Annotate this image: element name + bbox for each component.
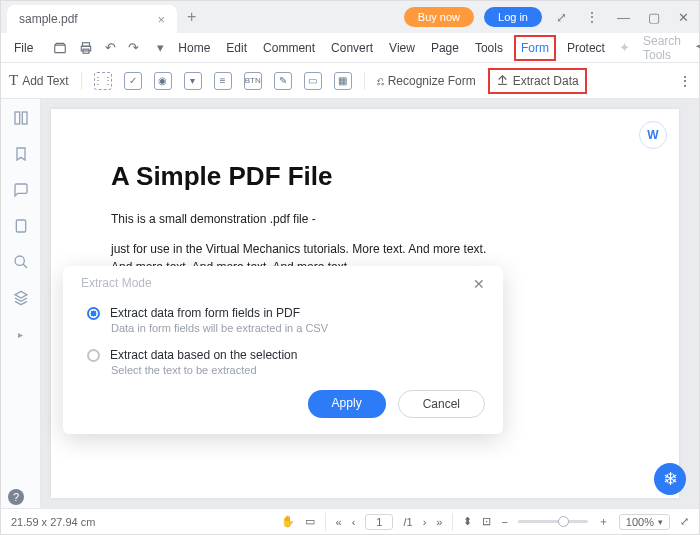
search-tools-input[interactable]: Search Tools: [643, 34, 681, 62]
chevron-down-icon: ▾: [658, 517, 663, 527]
list-field-icon[interactable]: ≡: [214, 72, 232, 90]
extract-data-label: Extract Data: [513, 74, 579, 88]
svg-rect-8: [22, 112, 27, 124]
wand-icon[interactable]: ✦: [616, 40, 633, 55]
comment-panel-icon[interactable]: [12, 181, 30, 199]
recognize-icon: ⎌: [377, 74, 384, 88]
option-1-sublabel: Data in form fields will be extracted in…: [111, 322, 485, 334]
menu-file[interactable]: File: [9, 37, 38, 59]
dialog-title: Extract Mode: [81, 276, 152, 292]
extract-data-tool[interactable]: Extract Data: [488, 68, 587, 94]
paragraph-1: This is a small demonstration .pdf file …: [111, 210, 501, 228]
search-panel-icon[interactable]: [12, 253, 30, 271]
fit-page-icon[interactable]: ⊡: [482, 515, 491, 528]
attachment-icon[interactable]: [12, 217, 30, 235]
hand-tool-icon[interactable]: ✋: [281, 515, 295, 528]
menu-tools[interactable]: Tools: [470, 37, 508, 59]
text-icon: T: [9, 72, 18, 89]
close-tab-icon[interactable]: ×: [157, 12, 165, 27]
page-dimensions: 21.59 x 27.94 cm: [11, 516, 95, 528]
radio-selected-icon[interactable]: [87, 307, 100, 320]
menu-view[interactable]: View: [384, 37, 420, 59]
option-form-fields[interactable]: Extract data from form fields in PDF: [87, 306, 485, 320]
more-tools-icon[interactable]: ⋮: [679, 74, 691, 88]
redo-icon[interactable]: ↷: [125, 40, 142, 55]
button-field-icon[interactable]: BTN: [244, 72, 262, 90]
option-2-sublabel: Select the text to be extracted: [111, 364, 485, 376]
main-menubar: File ↶ ↷ ▾ Home Edit Comment Convert Vie…: [1, 33, 699, 63]
zoom-dropdown[interactable]: 100% ▾: [619, 514, 670, 530]
svg-rect-9: [16, 220, 25, 232]
date-field-icon[interactable]: ▦: [334, 72, 352, 90]
menu-edit[interactable]: Edit: [221, 37, 252, 59]
thumbnails-icon[interactable]: [12, 109, 30, 127]
login-button[interactable]: Log in: [484, 7, 542, 27]
send-icon[interactable]: [693, 41, 700, 55]
close-window-icon[interactable]: ✕: [674, 10, 693, 25]
menu-home[interactable]: Home: [173, 37, 215, 59]
tab-title: sample.pdf: [19, 12, 78, 26]
form-toolbar: T Add Text ⋮⋮ ✓ ◉ ▾ ≡ BTN ✎ ▭ ▦ ⎌ Recogn…: [1, 63, 699, 99]
document-tab[interactable]: sample.pdf ×: [7, 5, 177, 33]
menu-page[interactable]: Page: [426, 37, 464, 59]
upload-icon: [496, 73, 509, 89]
page-input[interactable]: 1: [365, 514, 393, 530]
page-total: /1: [403, 516, 412, 528]
minimize-icon[interactable]: —: [613, 10, 634, 25]
menu-protect[interactable]: Protect: [562, 37, 610, 59]
zoom-value: 100%: [626, 516, 654, 528]
first-page-icon[interactable]: «: [336, 516, 342, 528]
svg-rect-7: [15, 112, 20, 124]
kebab-menu-icon[interactable]: ⋮: [581, 15, 603, 19]
fit-width-icon[interactable]: ⬍: [463, 515, 472, 528]
radio-field-icon[interactable]: ◉: [154, 72, 172, 90]
signature-field-icon[interactable]: ✎: [274, 72, 292, 90]
print-icon[interactable]: [76, 41, 96, 55]
page-title: A Simple PDF File: [111, 161, 619, 192]
zoom-in-icon[interactable]: ＋: [598, 514, 609, 529]
left-sidebar: ▸: [1, 99, 41, 508]
menu-form[interactable]: Form: [514, 35, 556, 61]
maximize-icon[interactable]: ▢: [644, 10, 664, 25]
option-2-label: Extract data based on the selection: [110, 348, 297, 362]
titlebar: sample.pdf × + Buy now Log in ⤢ ⋮ — ▢ ✕: [1, 1, 699, 33]
add-text-tool[interactable]: T Add Text: [9, 72, 69, 89]
prev-page-icon[interactable]: ‹: [352, 516, 356, 528]
sidebar-expand-icon[interactable]: ▸: [12, 325, 30, 343]
floating-action-button[interactable]: ❄: [654, 463, 686, 495]
new-tab-button[interactable]: +: [177, 8, 206, 26]
menu-comment[interactable]: Comment: [258, 37, 320, 59]
cancel-button[interactable]: Cancel: [398, 390, 485, 418]
add-text-label: Add Text: [22, 74, 68, 88]
bookmark-icon[interactable]: [12, 145, 30, 163]
expand-icon[interactable]: ⤢: [552, 10, 571, 25]
radio-unselected-icon[interactable]: [87, 349, 100, 362]
select-tool-icon[interactable]: ▭: [305, 515, 315, 528]
zoom-out-icon[interactable]: −: [501, 516, 507, 528]
dropdown-field-icon[interactable]: ▾: [184, 72, 202, 90]
buy-now-button[interactable]: Buy now: [404, 7, 474, 27]
convert-word-badge[interactable]: W: [639, 121, 667, 149]
open-icon[interactable]: [50, 41, 70, 55]
status-bar: 21.59 x 27.94 cm ✋ ▭ « ‹ 1 /1 › » ⬍ ⊡ − …: [1, 508, 699, 534]
layers-icon[interactable]: [12, 289, 30, 307]
dropdown-icon[interactable]: ▾: [154, 40, 167, 55]
help-icon[interactable]: ?: [8, 489, 24, 505]
svg-rect-0: [55, 45, 66, 53]
checkbox-field-icon[interactable]: ✓: [124, 72, 142, 90]
menu-convert[interactable]: Convert: [326, 37, 378, 59]
dialog-close-icon[interactable]: ✕: [473, 276, 485, 292]
zoom-slider[interactable]: [518, 520, 588, 523]
text-field-icon[interactable]: ⋮⋮: [94, 72, 112, 90]
fullscreen-icon[interactable]: ⤢: [680, 515, 689, 528]
extract-mode-dialog: Extract Mode ✕ Extract data from form fi…: [63, 266, 503, 434]
image-field-icon[interactable]: ▭: [304, 72, 322, 90]
svg-point-10: [15, 256, 24, 265]
undo-icon[interactable]: ↶: [102, 40, 119, 55]
option-selection[interactable]: Extract data based on the selection: [87, 348, 485, 362]
recognize-form-tool[interactable]: ⎌ Recognize Form: [377, 74, 476, 88]
apply-button[interactable]: Apply: [308, 390, 386, 418]
next-page-icon[interactable]: ›: [423, 516, 427, 528]
last-page-icon[interactable]: »: [436, 516, 442, 528]
option-1-label: Extract data from form fields in PDF: [110, 306, 300, 320]
